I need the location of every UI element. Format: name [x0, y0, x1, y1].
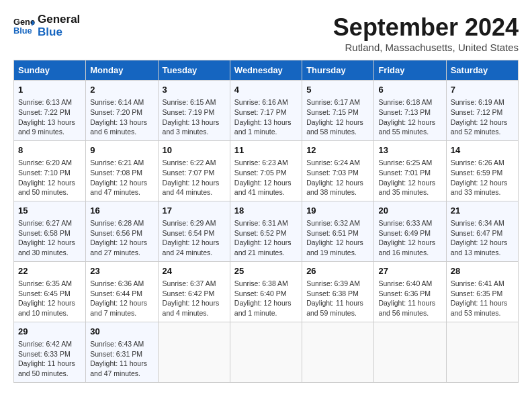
day-info: and 44 minutes. — [163, 187, 226, 197]
calendar-cell: 18Sunrise: 6:31 AMSunset: 6:52 PMDayligh… — [230, 201, 302, 261]
day-info: Sunset: 7:22 PM — [18, 107, 81, 118]
day-info: Daylight: 12 hours — [451, 178, 514, 188]
day-info: Daylight: 12 hours — [306, 118, 369, 128]
weekday-header-sunday: Sunday — [14, 60, 86, 81]
calendar-cell: 17Sunrise: 6:29 AMSunset: 6:54 PMDayligh… — [158, 201, 230, 261]
calendar-cell: 24Sunrise: 6:37 AMSunset: 6:42 PMDayligh… — [158, 261, 230, 322]
calendar-cell: 19Sunrise: 6:32 AMSunset: 6:51 PMDayligh… — [302, 201, 374, 261]
day-info: Sunrise: 6:35 AM — [18, 279, 81, 289]
day-info: and 3 minutes. — [163, 127, 226, 137]
day-info: Sunset: 6:38 PM — [306, 289, 369, 299]
day-info: Sunset: 6:49 PM — [378, 228, 441, 238]
day-info: and 4 minutes. — [163, 308, 226, 318]
calendar-cell: 7Sunrise: 6:19 AMSunset: 7:12 PMDaylight… — [446, 81, 518, 141]
calendar-cell: 1Sunrise: 6:13 AMSunset: 7:22 PMDaylight… — [14, 81, 86, 141]
day-info: Daylight: 12 hours — [306, 178, 369, 188]
day-info: Sunrise: 6:40 AM — [378, 279, 441, 289]
day-info: Sunset: 6:54 PM — [163, 228, 226, 238]
day-info: Sunset: 6:42 PM — [163, 289, 226, 299]
day-info: Sunset: 7:17 PM — [234, 107, 298, 118]
day-info: Daylight: 11 hours — [451, 298, 514, 308]
day-info: Sunset: 6:58 PM — [18, 228, 81, 238]
calendar-cell: 28Sunrise: 6:41 AMSunset: 6:35 PMDayligh… — [446, 261, 518, 322]
day-number: 25 — [234, 265, 298, 277]
day-info: Sunset: 6:59 PM — [451, 168, 514, 178]
day-info: Daylight: 12 hours — [234, 298, 298, 308]
calendar-cell: 27Sunrise: 6:40 AMSunset: 6:36 PMDayligh… — [374, 261, 446, 322]
day-info: Sunset: 6:56 PM — [90, 228, 153, 238]
day-number: 28 — [451, 265, 514, 277]
logo-general: General — [38, 13, 80, 26]
day-info: Sunrise: 6:31 AM — [234, 218, 298, 228]
day-number: 2 — [90, 84, 153, 96]
day-number: 24 — [163, 265, 226, 277]
day-info: and 13 minutes. — [451, 248, 514, 258]
day-info: and 10 minutes. — [18, 308, 81, 318]
day-info: Sunset: 7:13 PM — [378, 107, 441, 118]
day-info: Daylight: 12 hours — [306, 238, 369, 248]
calendar-cell — [158, 322, 230, 382]
day-info: and 21 minutes. — [234, 248, 298, 258]
day-info: Daylight: 12 hours — [90, 238, 153, 248]
day-info: Sunset: 7:05 PM — [234, 168, 298, 178]
day-info: Sunrise: 6:32 AM — [306, 218, 369, 228]
calendar-cell: 30Sunrise: 6:43 AMSunset: 6:31 PMDayligh… — [86, 322, 158, 382]
day-number: 5 — [306, 84, 369, 96]
location-title: Rutland, Massachusetts, United States — [333, 42, 519, 53]
day-info: Daylight: 13 hours — [18, 118, 81, 128]
day-info: and 30 minutes. — [18, 248, 81, 258]
day-info: and 47 minutes. — [90, 369, 153, 379]
day-info: Sunrise: 6:41 AM — [451, 279, 514, 289]
day-number: 9 — [90, 144, 153, 156]
day-info: Sunrise: 6:43 AM — [90, 339, 153, 349]
day-number: 4 — [234, 84, 298, 96]
day-info: and 55 minutes. — [378, 127, 441, 137]
day-info: Daylight: 13 hours — [90, 118, 153, 128]
day-info: Sunset: 7:01 PM — [378, 168, 441, 178]
day-info: Sunset: 7:19 PM — [163, 107, 226, 118]
calendar-cell: 25Sunrise: 6:38 AMSunset: 6:40 PMDayligh… — [230, 261, 302, 322]
day-number: 11 — [234, 144, 298, 156]
day-info: and 58 minutes. — [306, 127, 369, 137]
day-number: 17 — [163, 205, 226, 217]
day-info: Daylight: 11 hours — [90, 359, 153, 369]
day-info: and 53 minutes. — [451, 308, 514, 318]
day-number: 27 — [378, 265, 441, 277]
day-info: Sunrise: 6:27 AM — [18, 218, 81, 228]
day-info: Daylight: 12 hours — [90, 178, 153, 188]
day-info: and 50 minutes. — [18, 369, 81, 379]
day-info: Sunrise: 6:29 AM — [163, 218, 226, 228]
day-number: 20 — [378, 205, 441, 217]
calendar-cell: 2Sunrise: 6:14 AMSunset: 7:20 PMDaylight… — [86, 81, 158, 141]
day-number: 3 — [163, 84, 226, 96]
day-info: and 1 minute. — [234, 127, 298, 137]
day-info: Daylight: 12 hours — [378, 238, 441, 248]
day-info: Sunrise: 6:26 AM — [451, 158, 514, 168]
day-info: Sunrise: 6:22 AM — [163, 158, 226, 168]
day-number: 26 — [306, 265, 369, 277]
weekday-header-thursday: Thursday — [302, 60, 374, 81]
day-info: and 59 minutes. — [306, 308, 369, 318]
day-number: 18 — [234, 205, 298, 217]
weekday-header-monday: Monday — [86, 60, 158, 81]
day-number: 29 — [18, 326, 81, 338]
weekday-header-wednesday: Wednesday — [230, 60, 302, 81]
day-info: Sunrise: 6:17 AM — [306, 97, 369, 107]
day-info: Sunset: 6:35 PM — [451, 289, 514, 299]
day-number: 15 — [18, 205, 81, 217]
day-number: 23 — [90, 265, 153, 277]
day-number: 21 — [451, 205, 514, 217]
day-info: Sunrise: 6:34 AM — [451, 218, 514, 228]
day-info: and 19 minutes. — [306, 248, 369, 258]
weekday-header-friday: Friday — [374, 60, 446, 81]
day-info: and 35 minutes. — [378, 187, 441, 197]
day-info: Daylight: 12 hours — [18, 178, 81, 188]
day-info: Daylight: 12 hours — [451, 118, 514, 128]
calendar-table: SundayMondayTuesdayWednesdayThursdayFrid… — [13, 60, 519, 383]
day-info: Sunrise: 6:14 AM — [90, 97, 153, 107]
day-info: Daylight: 12 hours — [163, 298, 226, 308]
day-info: Sunset: 6:52 PM — [234, 228, 298, 238]
calendar-cell: 13Sunrise: 6:25 AMSunset: 7:01 PMDayligh… — [374, 140, 446, 201]
calendar-cell: 11Sunrise: 6:23 AMSunset: 7:05 PMDayligh… — [230, 140, 302, 201]
day-info: Sunset: 7:07 PM — [163, 168, 226, 178]
